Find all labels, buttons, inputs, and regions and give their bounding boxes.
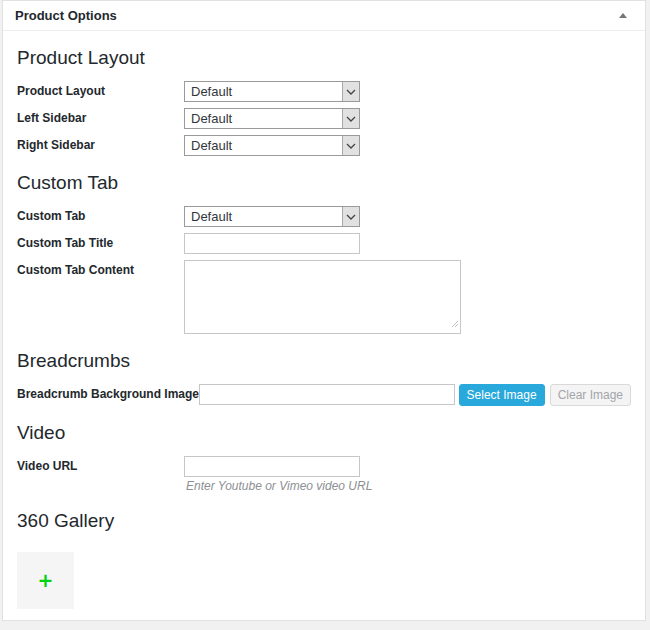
breadcrumb-background-image-input[interactable] [199, 384, 455, 405]
product-layout-select[interactable]: Default [184, 81, 360, 102]
section-heading-breadcrumbs: Breadcrumbs [17, 351, 631, 370]
field-row-left-sidebar: Left Sidebar Default [17, 108, 631, 129]
product-layout-label: Product Layout [17, 81, 184, 98]
section-heading-custom-tab: Custom Tab [17, 173, 631, 192]
video-url-label: Video URL [17, 456, 184, 473]
field-row-breadcrumb-background-image: Breadcrumb Background Image Select Image… [17, 384, 631, 406]
custom-tab-title-input[interactable] [184, 233, 360, 254]
video-url-help-text: Enter Youtube or Vimeo video URL [186, 479, 631, 494]
field-row-product-layout: Product Layout Default [17, 81, 631, 102]
panel-title: Product Options [15, 9, 117, 22]
left-sidebar-label: Left Sidebar [17, 108, 184, 125]
page-background: Product Options Product Layout Product L… [0, 0, 650, 630]
video-url-input[interactable] [184, 456, 360, 477]
field-row-custom-tab-content: Custom Tab Content [17, 260, 631, 334]
section-heading-video: Video [17, 423, 631, 442]
custom-tab-select-value: Default [185, 207, 342, 226]
custom-tab-content-label: Custom Tab Content [17, 260, 184, 277]
field-row-custom-tab-title: Custom Tab Title [17, 233, 631, 254]
arrow-up-icon [619, 13, 627, 18]
select-image-button[interactable]: Select Image [459, 384, 545, 406]
custom-tab-label: Custom Tab [17, 206, 184, 223]
custom-tab-select[interactable]: Default [184, 206, 360, 227]
plus-icon: + [38, 571, 54, 590]
product-layout-select-value: Default [185, 82, 342, 101]
field-row-custom-tab: Custom Tab Default [17, 206, 631, 227]
product-options-panel: Product Options Product Layout Product L… [2, 0, 646, 621]
collapse-toggle-button[interactable] [609, 7, 637, 24]
chevron-down-icon [342, 207, 359, 226]
chevron-down-icon [342, 109, 359, 128]
left-sidebar-select[interactable]: Default [184, 108, 360, 129]
right-sidebar-label: Right Sidebar [17, 135, 184, 152]
custom-tab-content-wrap [184, 260, 461, 334]
right-sidebar-select[interactable]: Default [184, 135, 360, 156]
gallery-add-image-tile[interactable]: + [17, 552, 74, 609]
field-row-right-sidebar: Right Sidebar Default [17, 135, 631, 156]
field-row-video-url: Video URL [17, 456, 631, 477]
right-sidebar-select-value: Default [185, 136, 342, 155]
chevron-down-icon [342, 82, 359, 101]
left-sidebar-select-value: Default [185, 109, 342, 128]
custom-tab-title-label: Custom Tab Title [17, 233, 184, 250]
breadcrumb-background-image-label: Breadcrumb Background Image [17, 384, 199, 401]
chevron-down-icon [342, 136, 359, 155]
custom-tab-content-textarea[interactable] [184, 260, 461, 334]
section-heading-360-gallery: 360 Gallery [17, 511, 631, 530]
clear-image-button[interactable]: Clear Image [550, 384, 631, 406]
panel-body: Product Layout Product Layout Default Le… [3, 48, 645, 609]
panel-header[interactable]: Product Options [3, 1, 645, 31]
section-heading-product-layout: Product Layout [17, 48, 631, 67]
